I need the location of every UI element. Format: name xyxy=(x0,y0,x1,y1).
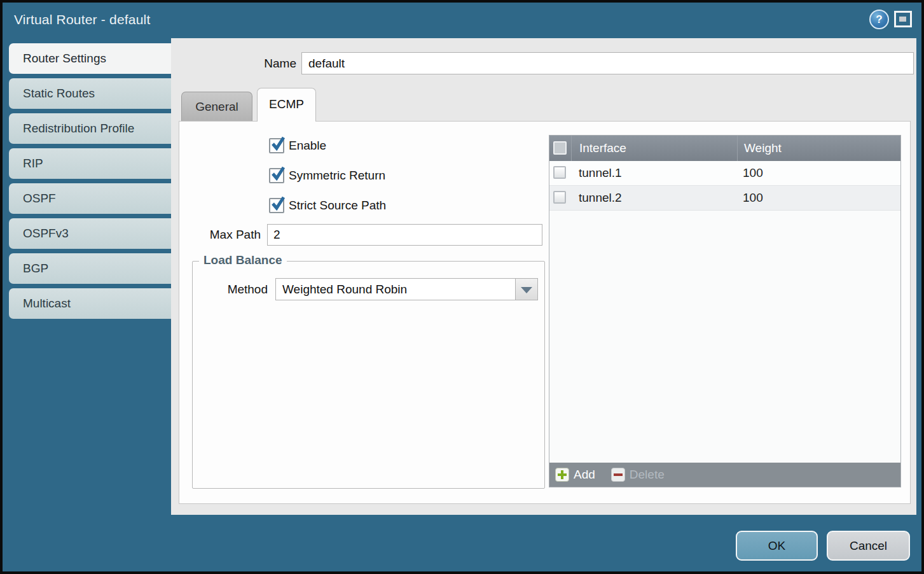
table-footer: Add Delete xyxy=(549,463,900,487)
sidebar-item-static-routes[interactable]: Static Routes xyxy=(9,78,171,109)
restore-window-icon[interactable] xyxy=(894,11,912,27)
sidebar: Router SettingsStatic RoutesRedistributi… xyxy=(9,38,171,571)
row-checkbox-cell xyxy=(549,161,571,185)
checkbox-label: Strict Source Path xyxy=(289,198,386,213)
load-balance-legend: Load Balance xyxy=(199,253,287,267)
row-checkbox[interactable] xyxy=(553,191,566,204)
tab-ecmp[interactable]: ECMP xyxy=(257,88,316,122)
table-row[interactable]: tunnel.2100 xyxy=(549,186,900,211)
checkbox-icon[interactable] xyxy=(269,138,284,153)
name-label: Name xyxy=(171,52,296,74)
cell-interface: tunnel.2 xyxy=(571,186,736,210)
sidebar-item-ospfv3[interactable]: OSPFv3 xyxy=(9,218,171,249)
sidebar-item-router-settings[interactable]: Router Settings xyxy=(9,43,172,74)
sidebar-item-bgp[interactable]: BGP xyxy=(9,253,171,284)
add-button[interactable]: Add xyxy=(574,468,595,482)
cell-weight: 100 xyxy=(736,161,900,185)
virtual-router-dialog: Virtual Router - default ? Router Settin… xyxy=(0,0,924,574)
cancel-button[interactable]: Cancel xyxy=(827,531,910,561)
table-header: Interface Weight xyxy=(549,136,900,161)
checkbox-label: Symmetric Return xyxy=(289,168,385,183)
dialog-title: Virtual Router - default xyxy=(14,12,151,27)
max-path-label: Max Path xyxy=(179,224,261,246)
delete-button[interactable]: Delete xyxy=(630,468,665,482)
restore-window-icon-inner xyxy=(899,17,906,22)
tab-general[interactable]: General xyxy=(181,92,252,121)
table-rows: tunnel.1100tunnel.2100 xyxy=(549,161,900,463)
delete-icon[interactable] xyxy=(611,468,625,482)
name-input[interactable] xyxy=(301,52,914,74)
chevron-down-icon[interactable] xyxy=(515,279,537,300)
table-row[interactable]: tunnel.1100 xyxy=(549,161,900,186)
method-dropdown-value: Weighted Round Robin xyxy=(282,279,512,300)
method-label: Method xyxy=(193,278,268,300)
column-header-weight: Weight xyxy=(737,136,900,161)
select-all-checkbox[interactable] xyxy=(553,141,567,155)
sidebar-item-multicast[interactable]: Multicast xyxy=(9,288,171,319)
cell-interface: tunnel.1 xyxy=(571,161,736,185)
load-balance-fieldset: Load Balance Method Weighted Round Robin xyxy=(192,261,545,489)
checkbox-icon[interactable] xyxy=(269,168,284,183)
max-path-input[interactable] xyxy=(267,224,542,246)
method-dropdown[interactable]: Weighted Round Robin xyxy=(275,278,538,300)
row-checkbox-cell xyxy=(549,186,571,210)
header-checkbox-cell xyxy=(549,136,572,161)
checkbox-label: Enable xyxy=(289,138,326,153)
table-empty-area xyxy=(549,211,900,463)
cell-weight: 100 xyxy=(736,186,900,210)
ok-button[interactable]: OK xyxy=(736,531,818,561)
interface-table: Interface Weight tunnel.1100tunnel.2100 … xyxy=(549,135,901,487)
content-panel: Name General ECMP EnableSymmetric Return… xyxy=(171,38,916,515)
ecmp-tab-panel: EnableSymmetric ReturnStrict Source Path… xyxy=(179,121,911,504)
help-icon[interactable]: ? xyxy=(869,10,889,29)
add-icon[interactable] xyxy=(555,468,569,482)
column-header-interface: Interface xyxy=(572,136,737,161)
sidebar-item-ospf[interactable]: OSPF xyxy=(9,183,171,214)
title-bar: Virtual Router - default ? xyxy=(5,5,919,38)
checkbox-icon[interactable] xyxy=(269,198,284,213)
sidebar-item-redistribution-profile[interactable]: Redistribution Profile xyxy=(9,113,171,144)
row-checkbox[interactable] xyxy=(553,166,566,179)
sidebar-item-rip[interactable]: RIP xyxy=(9,148,171,179)
